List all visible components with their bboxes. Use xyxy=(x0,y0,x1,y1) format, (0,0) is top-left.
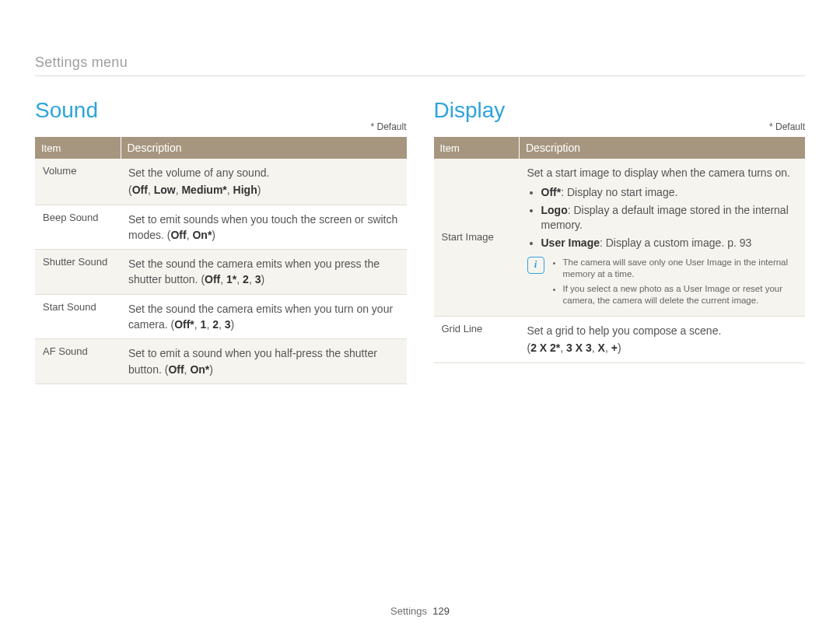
sep: , xyxy=(227,184,233,196)
start-image-options: Off*: Display no start image. Logo: Disp… xyxy=(527,185,798,250)
opt-text: : Display a default image stored in the … xyxy=(541,204,789,231)
opt-label: User Image xyxy=(541,236,600,249)
paren: ) xyxy=(618,342,621,354)
desc-text: Set to emit sounds when you touch the sc… xyxy=(128,213,397,241)
sound-table: Item Description Volume Set the volume o… xyxy=(35,137,407,384)
opt-text: : Display a custom image. p. 93 xyxy=(600,236,751,249)
manual-page: Settings menu Sound * Default Item Descr… xyxy=(0,0,840,634)
opts: (Off, Low, Medium*, High) xyxy=(128,182,399,198)
opt: + xyxy=(611,342,618,354)
list-item: User Image: Display a custom image. p. 9… xyxy=(541,236,798,250)
th-item: Item xyxy=(35,137,121,159)
sep: , xyxy=(605,342,611,354)
opt: 3 X 3 xyxy=(566,342,592,354)
opt: 2 xyxy=(243,273,249,285)
row-desc: Set a grid to help you compose a scene. … xyxy=(520,316,806,363)
opt: Off* xyxy=(174,318,194,331)
opt: X xyxy=(598,342,605,354)
row-desc: Set the volume of any sound. (Off, Low, … xyxy=(121,159,407,205)
row-desc: Set the sound the camera emits when you … xyxy=(121,250,407,295)
desc-text: Set to emit a sound when you half-press … xyxy=(128,347,377,375)
opt: Off xyxy=(168,363,184,376)
row-item: Beep Sound xyxy=(35,205,121,250)
row-desc: Set to emit a sound when you half-press … xyxy=(121,339,407,384)
row-item: Volume xyxy=(35,159,121,205)
list-item: Off*: Display no start image. xyxy=(541,185,798,200)
opt: On* xyxy=(192,229,212,241)
opt: Off xyxy=(170,229,186,241)
divider xyxy=(35,75,805,76)
page-footer: Settings 129 xyxy=(0,605,840,617)
note-list: The camera will save only one User Image… xyxy=(551,257,798,310)
table-row: Start Sound Set the sound the camera emi… xyxy=(35,294,407,339)
opt-text: : Display no start image. xyxy=(561,186,677,198)
sep: , xyxy=(220,273,226,285)
paren: ) xyxy=(209,363,213,376)
opt: Medium* xyxy=(181,184,226,196)
row-desc: Set a start image to display when the ca… xyxy=(520,159,806,316)
desc-text: Set the sound the camera emits when you … xyxy=(128,303,393,331)
opt: Off xyxy=(205,273,220,285)
opt-label: Off* xyxy=(541,186,562,198)
opt: Low xyxy=(154,184,176,196)
desc-text: Set a grid to help you compose a scene. xyxy=(527,324,722,337)
note-item: The camera will save only one User Image… xyxy=(563,257,798,281)
paren: ) xyxy=(261,273,264,285)
display-table: Item Description Start Image Set a start… xyxy=(434,137,806,363)
row-item: Grid Line xyxy=(434,316,520,363)
sep: , xyxy=(148,184,154,196)
row-item: Start Image xyxy=(434,159,520,316)
desc-text: Set a start image to display when the ca… xyxy=(527,166,791,179)
row-desc: Set the sound the camera emits when you … xyxy=(121,294,407,339)
sep: , xyxy=(219,318,225,331)
opt: 1* xyxy=(226,273,236,285)
th-description: Description xyxy=(121,137,407,159)
row-item: AF Sound xyxy=(35,339,121,384)
breadcrumb: Settings menu xyxy=(35,54,805,71)
opt-label: Logo xyxy=(541,204,568,216)
opt: High xyxy=(233,184,257,196)
display-heading: Display xyxy=(434,98,806,123)
footer-section: Settings xyxy=(390,605,427,617)
footer-page: 129 xyxy=(432,605,450,617)
desc-text: Set the volume of any sound. xyxy=(128,166,269,179)
table-row: AF Sound Set to emit a sound when you ha… xyxy=(35,339,407,384)
sep: , xyxy=(206,318,212,331)
note-icon: i xyxy=(527,257,544,274)
table-row: Start Image Set a start image to display… xyxy=(434,159,806,316)
sound-heading: Sound xyxy=(35,98,407,123)
table-row: Grid Line Set a grid to help you compose… xyxy=(434,316,806,363)
table-row: Shutter Sound Set the sound the camera e… xyxy=(35,250,407,295)
list-item: Logo: Display a default image stored in … xyxy=(541,203,798,233)
opt: 2 xyxy=(212,318,219,331)
sep: , xyxy=(249,273,255,285)
sep: , xyxy=(560,342,566,354)
table-row: Volume Set the volume of any sound. (Off… xyxy=(35,159,407,205)
opt: 2 X 2* xyxy=(530,342,560,354)
columns: Sound * Default Item Description Volume … xyxy=(35,98,805,384)
paren: ) xyxy=(231,318,235,331)
sound-column: Sound * Default Item Description Volume … xyxy=(35,98,407,384)
row-item: Start Sound xyxy=(35,294,121,339)
opt: 3 xyxy=(225,318,231,331)
sep: , xyxy=(236,273,243,285)
default-note: * Default xyxy=(434,121,806,132)
note-item: If you select a new photo as a User Imag… xyxy=(563,283,798,307)
table-row: Beep Sound Set to emit sounds when you t… xyxy=(35,205,407,250)
row-desc: Set to emit sounds when you touch the sc… xyxy=(121,205,407,250)
opt: Off xyxy=(132,184,148,196)
display-column: Display * Default Item Description Start… xyxy=(434,98,806,384)
opt: On* xyxy=(190,363,209,376)
th-item: Item xyxy=(434,137,520,159)
th-description: Description xyxy=(520,137,806,159)
default-note: * Default xyxy=(35,121,407,132)
paren: ) xyxy=(212,229,215,241)
note-box: i The camera will save only one User Ima… xyxy=(527,257,798,310)
sep: , xyxy=(592,342,598,354)
sep: , xyxy=(194,318,201,331)
paren: ) xyxy=(257,184,261,196)
row-item: Shutter Sound xyxy=(35,250,121,295)
opts: (2 X 2*, 3 X 3, X, +) xyxy=(527,340,798,356)
